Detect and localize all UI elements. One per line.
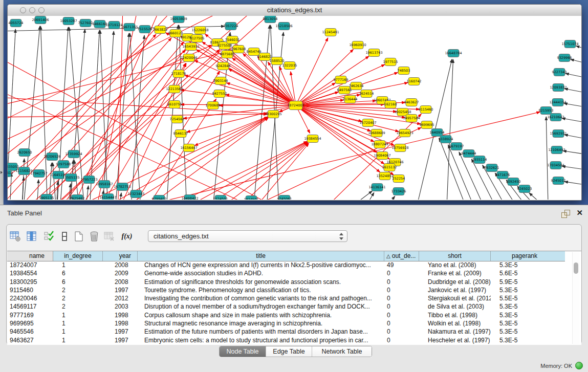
graph-edge[interactable]: [384, 196, 395, 200]
graph-edge[interactable]: [43, 16, 279, 200]
column-header-name[interactable]: name: [7, 251, 53, 261]
column-header-short[interactable]: short: [419, 251, 491, 261]
graph-edge[interactable]: [100, 30, 108, 200]
table-row[interactable]: 969969511998Structural magnetic resonanc…: [7, 319, 565, 327]
table-cell: Estimation of significance thresholds fo…: [138, 278, 384, 286]
table-cell: 1: [53, 327, 103, 336]
delete-column-icon[interactable]: [88, 230, 101, 243]
table-row[interactable]: 911546021997Tourette syndrome. Phenomeno…: [7, 286, 565, 294]
graph-node-label: 5905135: [39, 196, 54, 200]
new-column-icon[interactable]: [72, 230, 85, 243]
table-row[interactable]: 1830029562008Estimation of significance …: [7, 278, 565, 286]
float-panel-icon[interactable]: [561, 210, 570, 218]
graph-edge[interactable]: [8, 51, 232, 107]
graph-edge[interactable]: [563, 151, 581, 155]
scrollbar-thumb[interactable]: [574, 262, 578, 274]
graph-node-label: 1977515: [383, 60, 398, 64]
table-cell: 9777169: [7, 311, 53, 319]
tab-network-table[interactable]: Network Table: [312, 346, 372, 357]
left-collapse-strip[interactable]: [0, 0, 4, 205]
graph-node-label: 12323445: [127, 192, 144, 196]
graph-edge[interactable]: [222, 143, 308, 200]
graph-edge[interactable]: [291, 72, 296, 105]
graph-edge[interactable]: [187, 105, 296, 132]
table-row[interactable]: 1872400712008Changes of HCN gene express…: [7, 261, 565, 269]
network-graph-canvas[interactable]: 4055724206914061005328775276026466160107…: [8, 16, 581, 200]
table-cell: 1998: [103, 311, 138, 319]
close-panel-icon[interactable]: ✕: [576, 208, 583, 217]
graph-node-label: 16543912: [182, 45, 199, 49]
table-row[interactable]: 1938455462009Genome-wide association stu…: [7, 269, 565, 277]
table-selector-dropdown[interactable]: citations_edges.txt: [148, 230, 347, 242]
table-mode-icon[interactable]: [9, 230, 22, 243]
graph-edge[interactable]: [562, 118, 581, 123]
graph-edge[interactable]: [366, 192, 374, 200]
graph-edge[interactable]: [562, 166, 581, 170]
graph-node-label: 11245491: [322, 30, 339, 34]
graph-node-label: 19384554: [304, 137, 321, 141]
tab-edge-table[interactable]: Edge Table: [266, 346, 312, 357]
network-window-titlebar[interactable]: citations_edges.txt: [8, 5, 581, 16]
graph-edge[interactable]: [546, 117, 548, 200]
graph-edge[interactable]: [115, 33, 129, 200]
table-row[interactable]: 946554611997Estimation of the future num…: [7, 327, 565, 336]
graph-node-label: 252254: [393, 177, 405, 181]
graph-edge[interactable]: [181, 142, 308, 200]
graph-edge[interactable]: [564, 103, 581, 108]
column-header-pagerank[interactable]: pagerank: [491, 251, 558, 261]
memory-indicator[interactable]: Memory: OK: [540, 361, 583, 369]
graph-node-label: 3624514: [359, 92, 374, 96]
column-checklist-icon[interactable]: [42, 230, 56, 243]
table-row[interactable]: 977716911998Corpus callosum shape and si…: [7, 311, 565, 319]
column-header-title[interactable]: title: [138, 251, 384, 261]
graph-edge[interactable]: [160, 142, 307, 200]
column-header-out-degree[interactable]: △out_de...: [384, 251, 419, 261]
graph-edge[interactable]: [564, 135, 581, 140]
graph-edge[interactable]: [166, 25, 178, 200]
table-cell: 1997: [103, 336, 138, 344]
graph-edge[interactable]: [69, 16, 161, 200]
graph-edge[interactable]: [576, 46, 581, 51]
graph-edge[interactable]: [53, 163, 56, 200]
graph-edge[interactable]: [571, 59, 581, 64]
graph-edge[interactable]: [8, 114, 267, 117]
graph-node-label: 13505135: [62, 176, 79, 180]
table-row[interactable]: 1456911722003Disruption of a novel membe…: [7, 302, 565, 311]
table-cell: Changes of HCN gene expression and I(f) …: [138, 261, 384, 269]
graph-node-label: 2967608: [231, 47, 246, 51]
graph-edge[interactable]: [296, 38, 328, 105]
graph-edge[interactable]: [85, 186, 89, 200]
table-row[interactable]: 946362711997Embryonic stem cells: a mode…: [7, 336, 565, 344]
network-window[interactable]: citations_edges.txt 40557242069140610053…: [7, 4, 582, 201]
graph-node-label: 17957223: [80, 178, 97, 182]
graph-node-label: 19613743: [365, 51, 382, 55]
graph-edge[interactable]: [37, 180, 38, 200]
table-cell: 5.3E-5: [491, 261, 558, 269]
graph-edge[interactable]: [140, 141, 307, 200]
graph-edge[interactable]: [565, 73, 581, 79]
row-height-icon[interactable]: [58, 230, 71, 243]
table-cell: 14569117: [7, 302, 53, 311]
graph-node-label: 9338924: [439, 137, 453, 141]
table-panel-title: Table Panel: [7, 209, 42, 217]
graph-edge[interactable]: [348, 191, 372, 200]
table-row[interactable]: 2242004622012Investigating the contribut…: [7, 294, 565, 302]
graph-node-label: 12444154: [549, 100, 566, 104]
delete-table-icon[interactable]: [103, 230, 116, 243]
show-column-icon[interactable]: [25, 230, 38, 243]
table-cell: 5.5E-5: [491, 294, 558, 302]
graph-edge[interactable]: [564, 182, 581, 186]
graph-edge[interactable]: [529, 193, 553, 200]
function-builder-icon[interactable]: f(x): [120, 230, 134, 243]
graph-edge[interactable]: [447, 59, 453, 200]
graph-node-label: 19654923: [396, 131, 413, 135]
graph-node-label: 1322035: [282, 63, 297, 68]
table-vertical-scrollbar[interactable]: [572, 252, 579, 344]
graph-edge[interactable]: [564, 89, 581, 94]
table-cell: 0: [384, 294, 419, 302]
column-header-year[interactable]: year: [103, 251, 138, 261]
expand-arrow-icon[interactable]: [1, 171, 3, 174]
tab-node-table[interactable]: Node Table: [220, 346, 266, 357]
graph-edge[interactable]: [296, 64, 385, 105]
column-header-in-degree[interactable]: in_degree: [53, 251, 103, 261]
